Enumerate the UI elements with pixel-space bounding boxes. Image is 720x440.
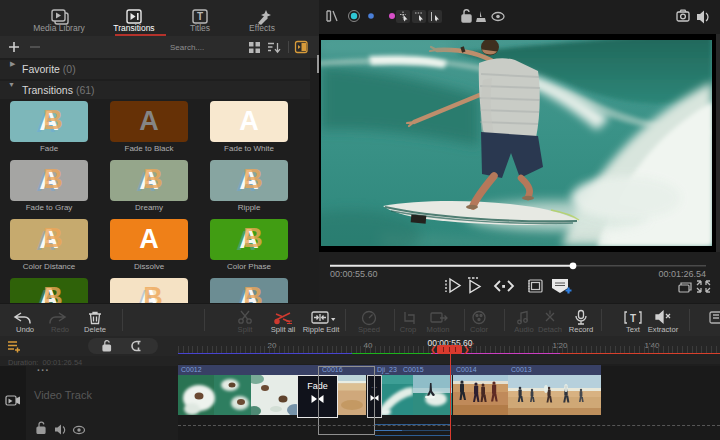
svg-text:Split: Split [238,325,254,334]
svg-text:Record: Record [569,325,593,334]
svg-text:00:00:55.60: 00:00:55.60 [330,269,378,279]
svg-text:Audio: Audio [514,325,533,334]
svg-text:Split all: Split all [271,325,296,334]
svg-text:Delete: Delete [84,325,106,334]
svg-text:Redo: Redo [51,325,69,334]
svg-text:Undo: Undo [16,325,34,334]
svg-text:Extractor: Extractor [648,325,679,334]
svg-text:00:01:26.54: 00:01:26.54 [658,269,706,279]
svg-text:T: T [630,313,636,324]
svg-text:Motion: Motion [427,325,450,334]
svg-text:Crop: Crop [400,325,416,334]
svg-text:Color: Color [470,325,489,334]
svg-text:Search....: Search.... [170,43,204,52]
svg-text:Ripple Edit: Ripple Edit [303,325,341,334]
svg-text:T: T [197,11,203,22]
svg-text:Speed: Speed [358,325,380,334]
svg-text:Detach: Detach [538,325,562,334]
svg-text:Text: Text [626,325,641,334]
